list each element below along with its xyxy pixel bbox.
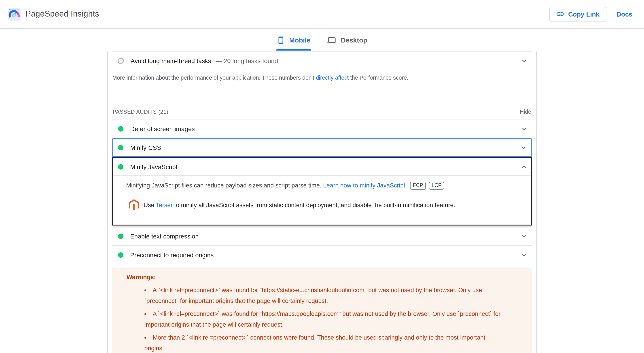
metric-chip-fcp: FCP [410,182,426,190]
warnings-heading: Warnings: [126,273,518,281]
warning-item: More than 2 `<link rel=preconnect>` conn… [144,332,506,353]
chevron-down-icon [520,57,528,65]
audit-row-defer-offscreen-images[interactable]: Defer offscreen images [112,119,532,138]
audit-row-minify-css[interactable]: Minify CSS [112,138,532,157]
copy-link-label: Copy Link [568,11,600,18]
brand: PageSpeed Insights [8,8,99,20]
audit-title: Defer offscreen images [130,125,195,132]
stack-text-prefix: Use [144,202,156,208]
audit-row-preconnect[interactable]: Preconnect to required origins [112,246,532,264]
audit-row-avoid-long-tasks[interactable]: Avoid long main-thread tasks — 20 long t… [112,52,532,70]
warnings-list: A `<link rel=preconnect>` was found for … [126,285,518,353]
pass-dot-icon [118,164,124,169]
smartphone-icon [276,36,285,44]
tab-desktop[interactable]: Desktop [326,29,368,52]
copy-link-button[interactable]: Copy Link [550,7,606,22]
audit-body: Minifying JavaScript files can reduce pa… [113,176,531,225]
tab-desktop-label: Desktop [341,36,367,44]
audit-expanded-minify-javascript: Minify JavaScript Minifying JavaScript f… [112,157,532,225]
warning-item: A `<link rel=preconnect>` was found for … [144,309,506,330]
pass-dot-icon [118,145,124,150]
audit-title: Minify CSS [130,144,161,151]
audit-row-minify-javascript[interactable]: Minify JavaScript [113,158,531,176]
informative-circle-icon [118,58,124,64]
learn-how-link[interactable]: Learn how to minify JavaScript [323,182,406,189]
diagnostics-note: More information about the performance o… [112,74,532,82]
audit-detail: — 20 long tasks found [216,57,278,65]
stack-advice: Use Terser to minify all JavaScript asse… [144,201,455,210]
chevron-down-icon [519,144,527,152]
audit-title: Avoid long main-thread tasks [130,57,211,65]
audit-title: Enable text compression [130,232,199,240]
description-period: . [406,182,407,189]
stack-text-suffix: to minify all JavaScript assets from sta… [173,202,455,208]
warning-item: A `<link rel=preconnect>` was found for … [144,285,506,306]
warnings-box: Warnings: A `<link rel=preconnect>` was … [112,267,532,353]
chevron-down-icon [520,232,528,240]
audit-title: Preconnect to required origins [130,251,214,259]
metric-chip-lcp: LCP [429,182,444,190]
chevron-down-icon [520,251,528,259]
page-title: PageSpeed Insights [26,10,99,19]
link-icon [556,10,564,18]
laptop-icon [327,36,336,45]
page: PageSpeed Insights Copy Link Docs Mobile… [0,0,644,353]
magento-icon [129,199,139,211]
terser-link[interactable]: Terser [156,202,173,208]
pass-dot-icon [118,126,124,132]
header-actions: Copy Link Docs [550,7,638,22]
hide-button[interactable]: Hide [520,109,531,115]
stack-pack-row: Use Terser to minify all JavaScript asse… [126,199,521,211]
audit-row-enable-text-compression[interactable]: Enable text compression [112,227,532,246]
pass-dot-icon [118,233,124,239]
docs-link[interactable]: Docs [616,11,632,18]
pass-dot-icon [118,252,124,258]
chevron-down-icon [520,125,528,133]
audit-description: Minifying JavaScript files can reduce pa… [126,181,521,190]
passed-audits-header: PASSED AUDITS (21) Hide [112,109,532,119]
passed-audits-heading: PASSED AUDITS (21) [113,109,168,115]
report-card: Avoid long main-thread tasks — 20 long t… [107,52,537,353]
tab-mobile-label: Mobile [289,36,310,44]
note-text-suffix: the Performance score. [348,75,408,81]
device-tabbar: Mobile Desktop [0,29,644,52]
chevron-up-icon [520,163,528,171]
tab-mobile[interactable]: Mobile [276,29,311,52]
pagespeed-logo-icon [8,8,20,20]
note-text: More information about the performance o… [112,75,316,81]
directly-affect-link[interactable]: directly affect [316,75,348,81]
app-header: PageSpeed Insights Copy Link Docs [0,0,644,29]
audit-title: Minify JavaScript [130,163,178,170]
description-text: Minifying JavaScript files can reduce pa… [126,182,323,189]
